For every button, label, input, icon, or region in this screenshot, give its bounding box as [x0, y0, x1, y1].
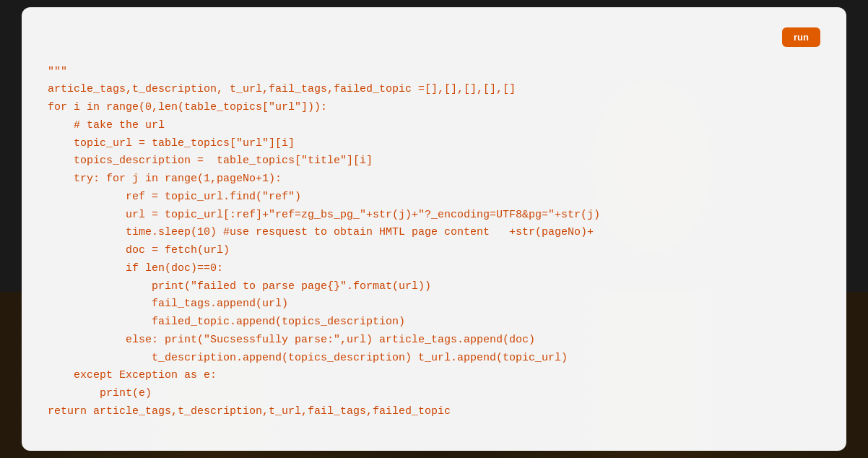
- code-line: fail_tags.append(url): [48, 295, 820, 314]
- code-line: t_description.append(topics_description)…: [48, 350, 820, 368]
- code-line: else: print("Sucsessfully parse:",url) a…: [48, 332, 820, 350]
- code-line: doc = fetch(url): [48, 242, 820, 260]
- code-line: except Exception as e:: [48, 367, 820, 385]
- code-line: article_tags,t_description, t_url,fail_t…: [48, 81, 820, 99]
- code-line: return article_tags,t_description,t_url,…: [48, 403, 820, 421]
- code-line: """: [48, 64, 820, 82]
- code-line: print("failed to parse page{}".format(ur…: [48, 278, 820, 296]
- code-line: topics_description = table_topics["title…: [48, 152, 820, 170]
- code-line: for i in range(0,len(table_topics["url"]…: [48, 99, 820, 117]
- code-block: """article_tags,t_description, t_url,fai…: [48, 27, 820, 421]
- code-line: if len(doc)==0:: [48, 260, 820, 278]
- code-line: topic_url = table_topics["url"][i]: [48, 135, 820, 153]
- run-button[interactable]: run: [782, 27, 820, 47]
- code-line: url = topic_url[:ref]+"ref=zg_bs_pg_"+st…: [48, 207, 820, 225]
- code-line: ref = topic_url.find("ref"): [48, 189, 820, 207]
- code-card: run """article_tags,t_description, t_url…: [22, 7, 846, 451]
- code-line: failed_topic.append(topics_description): [48, 314, 820, 332]
- code-line: time.sleep(10) #use resquest to obtain H…: [48, 224, 820, 242]
- code-line: # take the url: [48, 117, 820, 135]
- code-line: print(e): [48, 385, 820, 403]
- code-line: try: for j in range(1,pageNo+1):: [48, 170, 820, 189]
